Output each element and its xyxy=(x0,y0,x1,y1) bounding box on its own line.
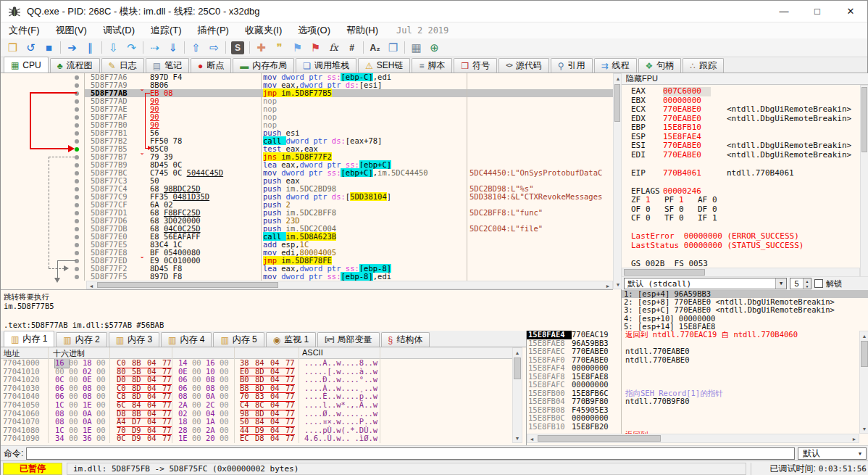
menu-item[interactable]: 收藏夹(I) xyxy=(237,22,290,38)
disassembly-hscrollbar[interactable]: ◄ ► xyxy=(86,281,613,289)
gutter-cell[interactable] xyxy=(1,105,84,113)
tab-struct[interactable]: §结构体 xyxy=(381,332,430,347)
maximize-button[interactable]: □ xyxy=(801,1,834,22)
breakpoint-dot[interactable] xyxy=(75,187,79,191)
tab-dump-1[interactable]: ▥内存 1 xyxy=(4,331,54,347)
breakpoint-dot[interactable] xyxy=(75,163,79,168)
menu-item[interactable]: 追踪(T) xyxy=(143,22,190,38)
spin-up-icon[interactable]: ▲ xyxy=(804,278,811,284)
tab-call-stack[interactable]: ❏调用堆栈 xyxy=(296,58,356,73)
gutter-cell[interactable] xyxy=(1,273,84,281)
gutter-cell[interactable] xyxy=(1,89,84,97)
tab-log[interactable]: ✎日志 xyxy=(101,58,144,73)
run-to-user-code-icon[interactable]: ⇨ xyxy=(205,40,223,56)
comment-icon[interactable]: ❞ xyxy=(270,40,288,56)
gutter-cell[interactable] xyxy=(1,257,84,265)
patch-icon[interactable]: ✚ xyxy=(252,40,270,56)
menu-item[interactable]: 文件(F) xyxy=(1,22,48,38)
tab-dump-2[interactable]: ▥内存 2 xyxy=(56,332,107,347)
gutter-cell[interactable] xyxy=(1,121,84,129)
tab-dump-4[interactable]: ▥内存 4 xyxy=(161,332,212,347)
tab-watch-1[interactable]: ◉监视 1 xyxy=(266,332,317,347)
menu-item[interactable]: 视图(V) xyxy=(48,22,95,38)
tab-notes[interactable]: ▤笔记 xyxy=(146,58,189,73)
register-row[interactable]: EAX007C6000 xyxy=(631,87,860,96)
gutter-cell[interactable] xyxy=(1,153,84,161)
gutter-cell[interactable] xyxy=(1,81,84,89)
tab-breakpoints[interactable]: ●断点 xyxy=(191,58,231,73)
settings-globe-icon[interactable]: ⊕ xyxy=(425,40,443,56)
attach-icon[interactable]: ❐ xyxy=(384,40,402,56)
breakpoint-dot[interactable] xyxy=(75,171,79,175)
unlock-checkbox[interactable] xyxy=(814,279,823,288)
stack-row[interactable]: 15E8FAE4770EAC19返回到 ntdll.770EAC19 自 ntd… xyxy=(527,331,859,339)
call-argument-row[interactable]: 5: [esp+14] 15E8FAE8 xyxy=(622,323,868,331)
spin-down-icon[interactable]: ▼ xyxy=(804,284,811,289)
gutter-cell[interactable] xyxy=(1,177,84,185)
calculator-icon[interactable]: ▦ xyxy=(407,40,425,56)
breakpoint-dot[interactable] xyxy=(75,123,79,128)
memory-row[interactable]: 7704100016001800C0 8B 04 771400160038 84… xyxy=(1,359,512,368)
open-file-icon[interactable]: ❒ xyxy=(4,40,22,56)
register-row[interactable]: ESI770EABE0<ntdll.DbgUiRemoteBreakin> xyxy=(631,141,860,151)
breakpoint-dot[interactable] xyxy=(75,211,79,215)
stack-row[interactable]: 15E8FB04770B9F80ntdll.770B9F80 xyxy=(527,397,859,406)
step-out-icon[interactable]: ⇧ xyxy=(187,40,205,56)
memory-row[interactable]: 77041090340036000C D9 04 771E002000EC D8… xyxy=(1,434,512,443)
tab-seh[interactable]: ⚠SEH链 xyxy=(358,58,410,73)
gutter-cell[interactable] xyxy=(1,145,84,153)
scroll-up-icon[interactable]: ▲ xyxy=(860,331,868,340)
chevron-down-icon[interactable]: ▼ xyxy=(854,448,866,459)
gutter-cell[interactable] xyxy=(1,265,84,273)
breakpoint-dot[interactable] xyxy=(75,251,79,255)
tab-symbols[interactable]: ❒符号 xyxy=(454,58,497,73)
tab-script[interactable]: ≡脚本 xyxy=(412,58,452,73)
breakpoint-dot[interactable] xyxy=(75,267,79,271)
tab-memory-map[interactable]: ▬内存布局 xyxy=(233,58,294,73)
register-row[interactable]: EIP770B4061ntdll.770B4061 xyxy=(631,169,860,178)
command-mode-select[interactable]: 默认 ▼ xyxy=(798,447,867,460)
tab-threads[interactable]: ⇉线程 xyxy=(594,58,637,73)
gutter-cell[interactable] xyxy=(1,217,84,225)
flags-row[interactable]: CF0TF0IF1 xyxy=(631,214,860,223)
breakpoint-dot[interactable] xyxy=(75,115,79,120)
breakpoint-dot[interactable] xyxy=(75,179,79,183)
tab-handles[interactable]: ❖句柄 xyxy=(638,58,682,73)
scroll-down-icon[interactable]: ▼ xyxy=(513,434,522,442)
gutter-cell[interactable] xyxy=(1,129,84,137)
menu-item[interactable]: 插件(P) xyxy=(190,22,237,38)
tab-cpu[interactable]: ▦CPU xyxy=(4,57,49,73)
animate-stop-icon[interactable]: S xyxy=(231,41,244,54)
hide-fpu-button[interactable]: 隐藏FPU xyxy=(622,73,868,85)
breakpoint-dot[interactable] xyxy=(75,227,79,231)
segment-registers-row[interactable]: GS 002B FS 0053 xyxy=(631,260,860,268)
hash-icon[interactable]: # xyxy=(343,40,361,56)
scroll-down-icon[interactable]: ▼ xyxy=(860,424,868,433)
stack-row[interactable]: 15E8FAFC00000000 xyxy=(527,381,859,389)
breakpoint-dot[interactable] xyxy=(75,195,79,199)
gutter-cell[interactable] xyxy=(1,161,84,169)
pause-icon[interactable]: ∥ xyxy=(81,40,99,56)
memory-row[interactable]: 7704107008000A00A4 D7 04 7718001A0050 84… xyxy=(1,418,512,426)
command-input[interactable] xyxy=(26,447,795,460)
current-line-dot[interactable] xyxy=(75,147,79,152)
disasm-row[interactable]: 5D8F77F5897D F8mov dword ptr ss:[ebp-8],… xyxy=(1,273,613,281)
stop-icon[interactable]: ■ xyxy=(40,40,58,56)
gutter-cell[interactable] xyxy=(1,73,84,81)
gutter-cell[interactable] xyxy=(1,97,84,105)
breakpoint-dot[interactable] xyxy=(75,99,79,104)
breakpoint-dot[interactable] xyxy=(75,235,79,239)
restart-icon[interactable]: ↺ xyxy=(22,40,40,56)
menu-item[interactable]: 帮助(H) xyxy=(338,22,386,38)
disassembly-vscrollbar[interactable]: ▲ ▼ xyxy=(613,73,622,289)
last-status-row[interactable]: LastStatus 00000000 (STATUS_SUCCESS) xyxy=(631,241,860,251)
run-icon[interactable]: ➔ xyxy=(63,40,81,56)
register-row[interactable]: ECX770EABE0<ntdll.DbgUiRemoteBreakin> xyxy=(631,105,860,115)
scroll-left-icon[interactable]: ◄ xyxy=(527,434,536,443)
gutter-cell[interactable] xyxy=(1,241,84,249)
gutter-cell[interactable] xyxy=(1,113,84,121)
argument-count-stepper[interactable]: 5 ▲▼ xyxy=(790,278,811,289)
label-icon[interactable]: ⚑ xyxy=(288,40,306,56)
gutter-cell[interactable] xyxy=(1,169,84,177)
breakpoint-dot[interactable] xyxy=(75,75,79,80)
